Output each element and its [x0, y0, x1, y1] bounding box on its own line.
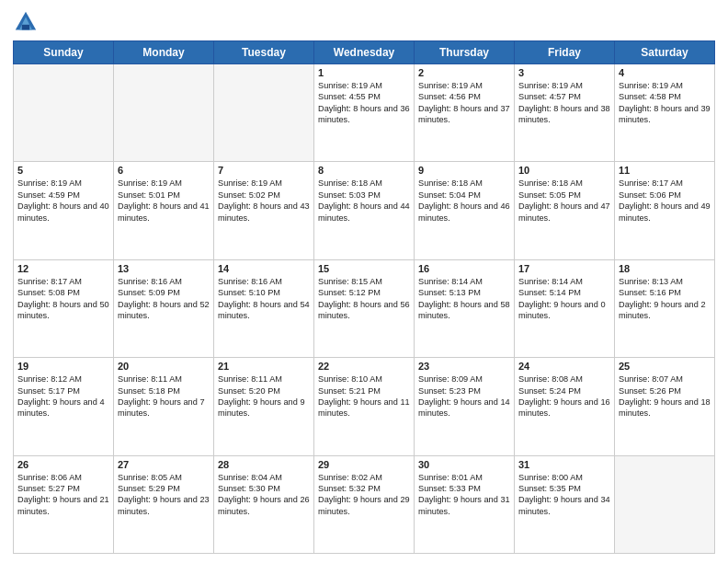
calendar-cell: 9Sunrise: 8:18 AM Sunset: 5:04 PM Daylig… — [415, 162, 515, 259]
day-number: 6 — [118, 165, 210, 176]
day-number: 10 — [518, 165, 610, 176]
page: SundayMondayTuesdayWednesdayThursdayFrid… — [0, 0, 728, 563]
cell-info: Sunrise: 8:16 AM Sunset: 5:10 PM Dayligh… — [218, 276, 310, 322]
cell-info: Sunrise: 8:18 AM Sunset: 5:03 PM Dayligh… — [318, 178, 410, 224]
calendar-cell: 21Sunrise: 8:11 AM Sunset: 5:20 PM Dayli… — [214, 358, 314, 455]
cell-info: Sunrise: 8:19 AM Sunset: 4:56 PM Dayligh… — [418, 80, 510, 126]
cell-info: Sunrise: 8:19 AM Sunset: 4:55 PM Dayligh… — [318, 80, 410, 126]
cell-info: Sunrise: 8:17 AM Sunset: 5:06 PM Dayligh… — [619, 178, 711, 224]
cell-info: Sunrise: 8:05 AM Sunset: 5:29 PM Dayligh… — [118, 472, 210, 518]
weekday-header-monday: Monday — [114, 41, 214, 64]
cell-info: Sunrise: 8:04 AM Sunset: 5:30 PM Dayligh… — [218, 472, 310, 518]
calendar-cell: 26Sunrise: 8:06 AM Sunset: 5:27 PM Dayli… — [14, 455, 114, 553]
calendar-week-4: 19Sunrise: 8:12 AM Sunset: 5:17 PM Dayli… — [14, 358, 715, 455]
day-number: 19 — [17, 361, 109, 372]
day-number: 28 — [218, 459, 310, 470]
weekday-header-friday: Friday — [515, 41, 615, 64]
calendar-cell: 29Sunrise: 8:02 AM Sunset: 5:32 PM Dayli… — [314, 455, 415, 553]
calendar-cell: 28Sunrise: 8:04 AM Sunset: 5:30 PM Dayli… — [214, 455, 314, 553]
day-number: 1 — [318, 67, 410, 78]
cell-info: Sunrise: 8:11 AM Sunset: 5:18 PM Dayligh… — [118, 373, 210, 419]
calendar-cell: 24Sunrise: 8:08 AM Sunset: 5:24 PM Dayli… — [515, 358, 615, 455]
weekday-header-thursday: Thursday — [415, 41, 515, 64]
calendar-cell: 14Sunrise: 8:16 AM Sunset: 5:10 PM Dayli… — [214, 259, 314, 357]
cell-info: Sunrise: 8:07 AM Sunset: 5:26 PM Dayligh… — [619, 373, 711, 419]
calendar-cell: 19Sunrise: 8:12 AM Sunset: 5:17 PM Dayli… — [14, 358, 114, 455]
day-number: 12 — [17, 263, 109, 274]
calendar-cell: 23Sunrise: 8:09 AM Sunset: 5:23 PM Dayli… — [415, 358, 515, 455]
calendar-cell: 13Sunrise: 8:16 AM Sunset: 5:09 PM Dayli… — [114, 259, 214, 357]
day-number: 8 — [318, 165, 410, 176]
day-number: 16 — [418, 263, 510, 274]
cell-info: Sunrise: 8:15 AM Sunset: 5:12 PM Dayligh… — [318, 276, 410, 322]
day-number: 30 — [418, 459, 510, 470]
calendar-week-3: 12Sunrise: 8:17 AM Sunset: 5:08 PM Dayli… — [14, 259, 715, 357]
day-number: 29 — [318, 459, 410, 470]
day-number: 18 — [619, 263, 711, 274]
calendar-cell: 18Sunrise: 8:13 AM Sunset: 5:16 PM Dayli… — [615, 259, 715, 357]
calendar-cell: 1Sunrise: 8:19 AM Sunset: 4:55 PM Daylig… — [314, 64, 415, 162]
cell-info: Sunrise: 8:13 AM Sunset: 5:16 PM Dayligh… — [619, 276, 711, 322]
day-number: 23 — [418, 361, 510, 372]
calendar-cell: 12Sunrise: 8:17 AM Sunset: 5:08 PM Dayli… — [14, 259, 114, 357]
calendar-cell: 2Sunrise: 8:19 AM Sunset: 4:56 PM Daylig… — [415, 64, 515, 162]
logo — [13, 9, 40, 35]
cell-info: Sunrise: 8:16 AM Sunset: 5:09 PM Dayligh… — [118, 276, 210, 322]
day-number: 14 — [218, 263, 310, 274]
cell-info: Sunrise: 8:19 AM Sunset: 4:57 PM Dayligh… — [518, 80, 610, 126]
day-number: 9 — [418, 165, 510, 176]
cell-info: Sunrise: 8:10 AM Sunset: 5:21 PM Dayligh… — [318, 373, 410, 419]
calendar-cell: 8Sunrise: 8:18 AM Sunset: 5:03 PM Daylig… — [314, 162, 415, 259]
day-number: 25 — [619, 361, 711, 372]
weekday-header-tuesday: Tuesday — [214, 41, 314, 64]
cell-info: Sunrise: 8:09 AM Sunset: 5:23 PM Dayligh… — [418, 373, 510, 419]
calendar-cell — [214, 64, 314, 162]
cell-info: Sunrise: 8:02 AM Sunset: 5:32 PM Dayligh… — [318, 472, 410, 518]
day-number: 15 — [318, 263, 410, 274]
calendar-cell: 3Sunrise: 8:19 AM Sunset: 4:57 PM Daylig… — [515, 64, 615, 162]
cell-info: Sunrise: 8:19 AM Sunset: 4:58 PM Dayligh… — [619, 80, 711, 126]
weekday-header-saturday: Saturday — [615, 41, 715, 64]
calendar-cell: 4Sunrise: 8:19 AM Sunset: 4:58 PM Daylig… — [615, 64, 715, 162]
cell-info: Sunrise: 8:06 AM Sunset: 5:27 PM Dayligh… — [17, 472, 109, 518]
weekday-header-wednesday: Wednesday — [314, 41, 415, 64]
header — [13, 9, 715, 35]
day-number: 13 — [118, 263, 210, 274]
day-number: 20 — [118, 361, 210, 372]
weekday-header-row: SundayMondayTuesdayWednesdayThursdayFrid… — [14, 41, 715, 64]
day-number: 31 — [518, 459, 610, 470]
calendar-cell: 11Sunrise: 8:17 AM Sunset: 5:06 PM Dayli… — [615, 162, 715, 259]
calendar-cell — [114, 64, 214, 162]
cell-info: Sunrise: 8:19 AM Sunset: 5:01 PM Dayligh… — [118, 178, 210, 224]
calendar-cell: 10Sunrise: 8:18 AM Sunset: 5:05 PM Dayli… — [515, 162, 615, 259]
cell-info: Sunrise: 8:17 AM Sunset: 5:08 PM Dayligh… — [17, 276, 109, 322]
day-number: 27 — [118, 459, 210, 470]
calendar-cell — [14, 64, 114, 162]
day-number: 5 — [17, 165, 109, 176]
calendar-cell: 20Sunrise: 8:11 AM Sunset: 5:18 PM Dayli… — [114, 358, 214, 455]
calendar-cell: 5Sunrise: 8:19 AM Sunset: 4:59 PM Daylig… — [14, 162, 114, 259]
calendar-cell — [615, 455, 715, 553]
cell-info: Sunrise: 8:11 AM Sunset: 5:20 PM Dayligh… — [218, 373, 310, 419]
logo-icon — [13, 9, 39, 35]
cell-info: Sunrise: 8:18 AM Sunset: 5:04 PM Dayligh… — [418, 178, 510, 224]
svg-rect-2 — [22, 25, 29, 30]
calendar-cell: 22Sunrise: 8:10 AM Sunset: 5:21 PM Dayli… — [314, 358, 415, 455]
calendar-week-2: 5Sunrise: 8:19 AM Sunset: 4:59 PM Daylig… — [14, 162, 715, 259]
cell-info: Sunrise: 8:01 AM Sunset: 5:33 PM Dayligh… — [418, 472, 510, 518]
calendar-cell: 30Sunrise: 8:01 AM Sunset: 5:33 PM Dayli… — [415, 455, 515, 553]
day-number: 17 — [518, 263, 610, 274]
calendar-cell: 27Sunrise: 8:05 AM Sunset: 5:29 PM Dayli… — [114, 455, 214, 553]
cell-info: Sunrise: 8:14 AM Sunset: 5:13 PM Dayligh… — [418, 276, 510, 322]
calendar-week-1: 1Sunrise: 8:19 AM Sunset: 4:55 PM Daylig… — [14, 64, 715, 162]
day-number: 3 — [518, 67, 610, 78]
calendar-cell: 15Sunrise: 8:15 AM Sunset: 5:12 PM Dayli… — [314, 259, 415, 357]
calendar-cell: 31Sunrise: 8:00 AM Sunset: 5:35 PM Dayli… — [515, 455, 615, 553]
cell-info: Sunrise: 8:14 AM Sunset: 5:14 PM Dayligh… — [518, 276, 610, 322]
calendar-cell: 16Sunrise: 8:14 AM Sunset: 5:13 PM Dayli… — [415, 259, 515, 357]
day-number: 21 — [218, 361, 310, 372]
calendar-week-5: 26Sunrise: 8:06 AM Sunset: 5:27 PM Dayli… — [14, 455, 715, 553]
cell-info: Sunrise: 8:12 AM Sunset: 5:17 PM Dayligh… — [17, 373, 109, 419]
day-number: 22 — [318, 361, 410, 372]
cell-info: Sunrise: 8:19 AM Sunset: 5:02 PM Dayligh… — [218, 178, 310, 224]
